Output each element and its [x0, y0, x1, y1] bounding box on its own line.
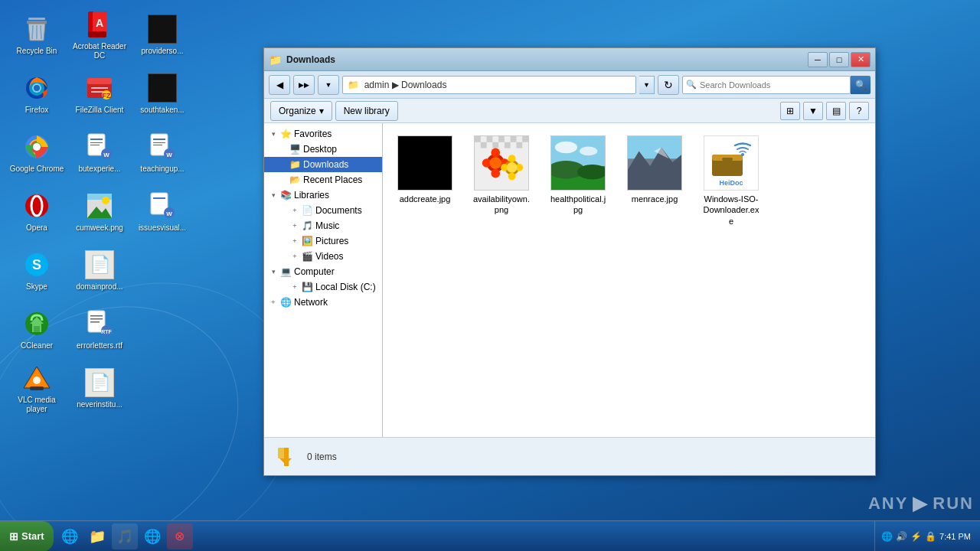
start-button[interactable]: ⊞ Start [0, 521, 54, 552]
help-button[interactable]: ? [849, 102, 869, 120]
desktop-icon-filezilla[interactable]: FZ FileZilla Client [69, 65, 130, 122]
desktop-icon-chrome[interactable]: Google Chrome [6, 124, 67, 181]
desktop-icon-providers[interactable]: providerso... [132, 6, 193, 64]
svg-point-82 [580, 147, 597, 156]
taskbar-chrome-button[interactable]: 🌐 [139, 523, 165, 549]
domainprod-icon: 📄 [84, 249, 115, 280]
file-item-windows-iso[interactable]: HeiDoc Windows-ISO-Downloader.exe [697, 131, 766, 231]
toolbar-right: ⊞ ▼ ▤ ? [780, 102, 869, 120]
tree-item-music[interactable]: + 🎵 Music [264, 218, 382, 233]
svg-point-81 [555, 142, 577, 154]
file-item-menrace[interactable]: menrace.jpg [620, 131, 689, 231]
desktop-icon-butexperie[interactable]: W butexperie... [69, 124, 130, 181]
desktop-icon-skype[interactable]: S Skype [6, 242, 67, 299]
skype-icon: S [21, 249, 52, 280]
tree-item-pictures[interactable]: + 🖼️ Pictures [264, 233, 382, 249]
title-bar-controls: ─ □ ✕ [808, 52, 871, 67]
network-expand-icon: + [267, 296, 279, 308]
desktop-icon-opera[interactable]: Opera [6, 183, 67, 240]
svg-rect-64 [492, 142, 498, 148]
tray-power-icon[interactable]: ⚡ [910, 531, 922, 542]
desktop-icon-domainprod[interactable]: 📄 domainprod... [69, 242, 130, 299]
system-tray: 🌐 🔊 ⚡ 🔒 7:41 PM [874, 521, 980, 551]
recent-button[interactable]: ▼ [318, 75, 339, 95]
taskbar-stop-button[interactable]: ⊗ [167, 523, 193, 549]
desktop-icon-vlc[interactable]: VLC media player [6, 360, 67, 417]
tree-item-recent[interactable]: 📂 Recent Places [264, 172, 382, 187]
tree-item-network[interactable]: + 🌐 Network [264, 295, 382, 310]
view-options-button[interactable]: ▼ [803, 102, 823, 120]
desktop-icon-firefox[interactable]: Firefox [6, 65, 67, 122]
file-item-healthpolitical[interactable]: healthpolitical.jpg [544, 131, 612, 231]
desktop-icon-errorletters[interactable]: RTF errorletters.rtf [69, 301, 130, 358]
desktop-icon-label-recycle-bin: Recycle Bin [17, 47, 57, 56]
svg-rect-60 [498, 136, 505, 142]
desktop-icon-recycle-bin[interactable]: Recycle Bin [6, 6, 67, 64]
desktop-icon-label-neverinstitu: neverinstitu... [77, 400, 122, 409]
tree-item-documents[interactable]: + 📄 Documents [264, 203, 382, 218]
view-icons-button[interactable]: ⊞ [780, 102, 800, 120]
teachingup-icon: W [147, 132, 178, 162]
tree-item-local-disk[interactable]: + 💾 Local Disk (C:) [264, 279, 382, 295]
organize-button[interactable]: Organize ▾ [270, 101, 332, 121]
tray-volume-icon[interactable]: 🔊 [896, 531, 907, 542]
desktop-icon-ccleaner[interactable]: CCleaner [6, 301, 67, 358]
wmp-icon: 🎵 [116, 528, 133, 545]
tree-item-computer[interactable]: ▾ 💻 Computer [264, 264, 382, 279]
ie-icon: 🌐 [61, 528, 78, 545]
tray-icons: 🌐 🔊 ⚡ 🔒 [881, 531, 936, 542]
explorer-icon: 📁 [89, 528, 106, 545]
maximize-button[interactable]: □ [829, 52, 849, 67]
tree-item-libraries[interactable]: ▾ 📚 Libraries [264, 187, 382, 203]
desktop-icon-neverinstitu[interactable]: 📄 neverinstitu... [69, 360, 130, 417]
tree-label-videos: Videos [315, 251, 343, 262]
svg-text:W: W [166, 210, 172, 217]
tree-item-favorites[interactable]: ▾ ⭐ Favorites [264, 126, 382, 142]
new-library-button[interactable]: New library [335, 101, 398, 121]
file-item-availabilityown[interactable]: availabilityown.png [467, 131, 536, 231]
file-name-windows-iso: Windows-ISO-Downloader.exe [701, 194, 761, 227]
preview-pane-button[interactable]: ▤ [826, 102, 846, 120]
svg-rect-0 [28, 18, 45, 20]
desktop-icon-teachingup[interactable]: W teachingup... [132, 124, 193, 181]
file-thumb-menrace [627, 135, 682, 191]
desktop-icon-label-opera: Opera [26, 223, 47, 233]
anyrun-text-any: ANY [868, 494, 908, 514]
desktop-icon-acrobat[interactable]: A Acrobat Reader DC [69, 6, 130, 64]
tree-label-pictures: Pictures [315, 236, 348, 246]
desktop-icon-label-ccleaner: CCleaner [21, 341, 53, 350]
address-expand-button[interactable]: ▼ [639, 76, 655, 94]
minimize-button[interactable]: ─ [808, 52, 828, 67]
svg-rect-48 [90, 315, 103, 317]
tree-item-videos[interactable]: + 🎬 Videos [264, 249, 382, 264]
file-thumb-availabilityown [474, 135, 529, 191]
tray-security-icon[interactable]: 🔒 [925, 531, 936, 542]
title-bar-icon: 📁 [269, 54, 282, 66]
svg-point-72 [489, 157, 501, 169]
refresh-button[interactable]: ↻ [658, 75, 679, 95]
desktop-icon-label-cumweek: cumweek.png [76, 223, 123, 233]
desktop-icon-cumweek[interactable]: cumweek.png [69, 183, 130, 240]
issuesvisual-icon: W [147, 191, 178, 221]
desktop-icon-southtaken[interactable]: southtaken... [132, 65, 193, 122]
desktop-icon-label-chrome: Google Chrome [10, 165, 64, 174]
tree-item-desktop[interactable]: 🖥️ Desktop [264, 142, 382, 157]
desktop-icon-label-errorletters: errorletters.rtf [77, 341, 122, 350]
search-button[interactable]: 🔍 [851, 76, 871, 94]
tray-network-icon[interactable]: 🌐 [881, 531, 893, 542]
close-button[interactable]: ✕ [851, 52, 871, 67]
libraries-expand-icon: ▾ [267, 189, 279, 201]
taskbar-wmp-button[interactable]: 🎵 [112, 523, 138, 549]
forward-button[interactable]: ▶▶ [293, 75, 315, 95]
taskbar-explorer-button[interactable]: 📁 [84, 523, 110, 549]
desktop-icon-issuesvisual[interactable]: W issuesvisual... [132, 183, 193, 240]
back-button[interactable]: ◀ [269, 75, 290, 95]
file-thumb-windows-iso: HeiDoc [704, 135, 759, 191]
desktop-icon-label-southtaken: southtaken... [140, 106, 184, 115]
svg-point-78 [507, 162, 518, 173]
svg-rect-29 [153, 139, 165, 140]
search-input[interactable] [700, 80, 807, 90]
tree-item-downloads[interactable]: 📁 Downloads [264, 157, 382, 172]
file-item-addcreate[interactable]: addcreate.jpg [390, 131, 459, 231]
taskbar-ie-button[interactable]: 🌐 [57, 523, 83, 549]
